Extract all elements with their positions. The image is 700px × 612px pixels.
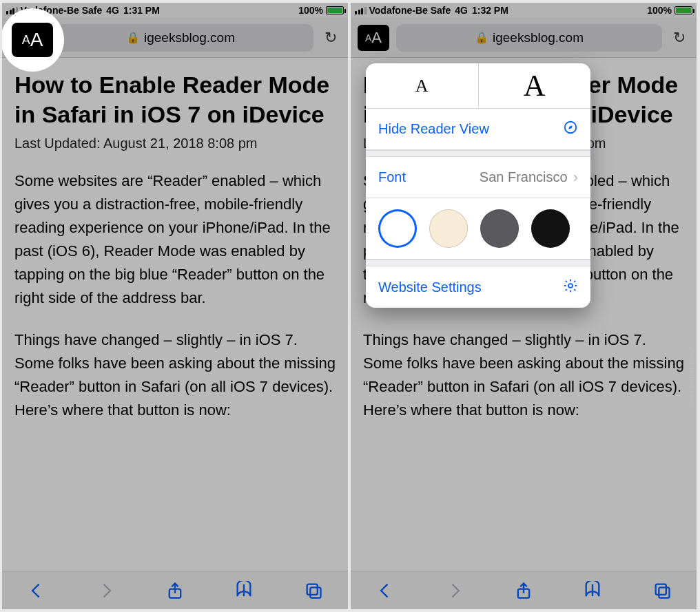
font-label: Font: [378, 169, 406, 185]
bottom-toolbar: [351, 571, 697, 609]
tabs-button[interactable]: [300, 581, 327, 600]
bottom-toolbar: [2, 571, 348, 609]
article-meta: Last Updated: August 21, 2018 8:08 pm: [14, 136, 336, 151]
battery-percent: 100%: [647, 5, 672, 16]
text-size-row: A A: [366, 63, 590, 109]
theme-swatch-0[interactable]: [378, 209, 417, 248]
article-paragraph: Things have changed – slightly – in iOS …: [14, 328, 336, 422]
signal-icon: [355, 7, 367, 14]
bookmarks-button[interactable]: [579, 581, 606, 600]
website-settings-row[interactable]: Website Settings: [366, 266, 590, 308]
chevron-right-icon: ›: [573, 169, 578, 187]
article-paragraph: Things have changed – slightly – in iOS …: [363, 328, 684, 422]
tabs-button[interactable]: [648, 581, 676, 600]
phone-right: Vodafone-Be Safe 4G 1:32 PM 100% AA 🔒 ig…: [351, 3, 697, 609]
watermark: www.deuag.com: [688, 346, 696, 405]
address-bar: AA 🔒 igeeksblog.com ↻: [351, 18, 697, 58]
reload-button[interactable]: ↻: [320, 29, 341, 47]
svg-rect-4: [310, 587, 320, 598]
gear-icon: [563, 278, 578, 297]
reader-aa-button-highlight[interactable]: AA: [12, 23, 53, 57]
highlight-circle: AA: [2, 8, 64, 72]
decrease-text-button[interactable]: A: [366, 63, 479, 108]
network-label: 4G: [106, 5, 119, 16]
lock-icon: 🔒: [126, 31, 140, 44]
forward-button[interactable]: [92, 581, 120, 600]
article-content: How to Enable Reader Mode in Safari in i…: [2, 58, 348, 422]
article-paragraph: Some websites are “Reader” enabled – whi…: [14, 169, 336, 310]
svg-rect-9: [659, 587, 669, 598]
article-title: How to Enable Reader Mode in Safari in i…: [14, 70, 336, 129]
theme-row: [366, 198, 590, 260]
share-button[interactable]: [510, 581, 537, 600]
clock-label: 1:31 PM: [123, 5, 160, 16]
website-settings-label: Website Settings: [378, 279, 482, 295]
font-row[interactable]: Font San Francisco ›: [366, 157, 590, 198]
forward-button[interactable]: [441, 581, 469, 600]
reload-button[interactable]: ↻: [669, 29, 690, 47]
url-field[interactable]: 🔒 igeeksblog.com: [48, 24, 313, 52]
hide-reader-row[interactable]: Hide Reader View: [366, 109, 590, 150]
url-text: igeeksblog.com: [144, 30, 235, 45]
theme-swatch-2[interactable]: [480, 209, 519, 248]
network-label: 4G: [455, 5, 468, 16]
font-value: San Francisco: [480, 169, 568, 185]
status-bar: Vodafone-Be Safe 4G 1:32 PM 100%: [351, 3, 697, 18]
phone-left: Vodafone-Be Safe 4G 1:31 PM 100% AA 🔒 ig…: [2, 3, 348, 609]
back-button[interactable]: [371, 581, 399, 600]
battery-indicator: 100%: [647, 5, 692, 16]
battery-percent: 100%: [298, 5, 323, 16]
battery-indicator: 100%: [298, 5, 344, 16]
back-button[interactable]: [23, 581, 50, 600]
svg-point-12: [568, 284, 573, 288]
bookmarks-button[interactable]: [230, 581, 258, 600]
url-text: igeeksblog.com: [493, 30, 584, 45]
url-field[interactable]: 🔒 igeeksblog.com: [396, 24, 662, 52]
reader-popover: A A Hide Reader View Font San Francisco …: [366, 63, 590, 308]
lock-icon: 🔒: [475, 31, 488, 44]
reader-aa-button[interactable]: AA: [358, 25, 389, 51]
status-bar: Vodafone-Be Safe 4G 1:31 PM 100%: [2, 3, 348, 18]
carrier-label: Vodafone-Be Safe: [369, 5, 451, 16]
svg-rect-8: [655, 584, 666, 594]
theme-swatch-1[interactable]: [429, 209, 468, 248]
svg-rect-3: [307, 584, 317, 594]
clock-label: 1:32 PM: [472, 5, 508, 16]
svg-marker-11: [568, 125, 573, 129]
compass-icon: [563, 120, 578, 138]
increase-text-button[interactable]: A: [479, 63, 591, 108]
share-button[interactable]: [161, 581, 189, 600]
hide-reader-label: Hide Reader View: [378, 121, 489, 137]
theme-swatch-3[interactable]: [531, 209, 570, 248]
